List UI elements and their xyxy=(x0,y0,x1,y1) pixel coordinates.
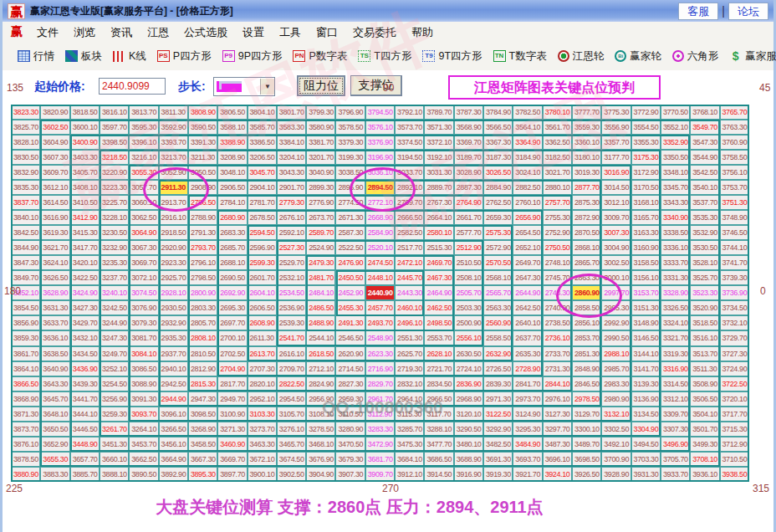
grid-cell: 3211.30 xyxy=(188,150,217,165)
grid-cell: 2642.50 xyxy=(513,300,542,315)
grid-cell: 3916.90 xyxy=(454,467,483,482)
grid-cell: 2491.30 xyxy=(335,315,365,330)
toolbar-label: 江恩轮 xyxy=(573,49,605,64)
grid-cell: 3643.30 xyxy=(40,376,69,391)
grid-cell: 3129.70 xyxy=(572,407,601,422)
menu-item-7[interactable]: 窗口 xyxy=(309,23,345,42)
grid-cell: 3446.50 xyxy=(70,422,100,437)
grid-cell: 3883.30 xyxy=(40,467,69,482)
grid-cell: 3007.30 xyxy=(601,225,630,240)
grid-cell: 3388.90 xyxy=(217,135,247,150)
grid-cell: 3681.70 xyxy=(365,452,395,467)
menu-item-1[interactable]: 浏览 xyxy=(66,23,103,42)
grid-cell: 3576.10 xyxy=(365,120,395,135)
grid-cell: 2649.70 xyxy=(513,255,542,270)
title-bar[interactable]: 赢 赢家江恩专业版[赢家服务平台] - [价格正方形] 客服|论坛 xyxy=(3,0,773,22)
grid-cell: 3108.10 xyxy=(306,407,335,422)
grid-cell: 3710.50 xyxy=(720,452,749,467)
grid-cell: 3192.10 xyxy=(424,150,453,165)
resistance-button[interactable]: 阻力位 xyxy=(297,75,345,96)
toolbar-button-六角形[interactable]: 六角形 xyxy=(672,49,719,64)
grid-cell: 3410.50 xyxy=(70,195,100,210)
titlebar-button[interactable]: 客服 xyxy=(678,3,718,20)
toolbar-button-9P四方形[interactable]: P99P四方形 xyxy=(222,49,283,64)
grid-cell: 3662.50 xyxy=(129,452,158,467)
toolbar-button-板块[interactable]: 板块 xyxy=(65,49,102,64)
grid-cell: 3045.70 xyxy=(248,165,277,180)
grid-cell: 3888.10 xyxy=(100,467,129,482)
grid-cell: 3712.90 xyxy=(720,437,749,452)
menu-item-0[interactable]: 文件 xyxy=(29,23,66,42)
grid-cell: 2863.30 xyxy=(572,270,601,285)
grid-cell: 2560.90 xyxy=(483,315,513,330)
grid-cell: 3448.90 xyxy=(70,437,100,452)
grid-cell: 2808.10 xyxy=(188,330,217,345)
support-button[interactable]: 支撑位 xyxy=(350,75,402,96)
grid-cell: 2700.10 xyxy=(217,330,247,345)
grid-cell: 2503.30 xyxy=(454,300,483,315)
titlebar-button[interactable]: 论坛 xyxy=(728,3,768,20)
toolbar-button-T四方形[interactable]: TST四方形 xyxy=(358,49,411,64)
toolbar-button-P数字表[interactable]: PNP数字表 xyxy=(293,49,347,64)
grid-cell: 2865.70 xyxy=(572,255,601,270)
grid-cell: 2916.10 xyxy=(159,210,188,225)
grid-cell: 2692.90 xyxy=(217,285,247,300)
start-price-input[interactable] xyxy=(99,78,166,95)
toolbar-button-9T四方形[interactable]: T99T四方形 xyxy=(422,49,482,64)
toolbar-button-赢家轮[interactable]: Bi赢家轮 xyxy=(615,49,661,64)
grid-cell: 3518.50 xyxy=(690,315,719,330)
grid-cell: 2940.10 xyxy=(159,361,188,376)
toolbar-button-T数字表[interactable]: TNT数字表 xyxy=(493,49,547,64)
menu-bar: 赢 文件浏览资讯江恩公式选股设置工具窗口交易委托帮助 xyxy=(3,22,773,43)
grid-cell: 3268.90 xyxy=(188,422,217,437)
grid-cell: 3523.30 xyxy=(690,285,719,300)
grid-cell: 3595.30 xyxy=(129,120,158,135)
grid-cell: 2892.10 xyxy=(395,180,424,195)
grid-cell: 3614.50 xyxy=(40,195,69,210)
grid-cell: 2872.90 xyxy=(572,210,601,225)
p9-box-icon: P9 xyxy=(222,50,235,62)
menu-item-9[interactable]: 帮助 xyxy=(404,23,441,42)
grid-cell: 3938.50 xyxy=(720,467,749,482)
key-levels-summary: 大盘关键位测算 支撑：2860点 压力：2894、2911点 xyxy=(3,496,697,519)
chevron-down-icon[interactable]: ▼ xyxy=(260,79,274,95)
grid-cell: 2572.90 xyxy=(483,240,513,255)
grid-cell: 2647.30 xyxy=(513,270,542,285)
toolbar-button-P四方形[interactable]: PSP四方形 xyxy=(157,49,212,64)
app-window: 赢 赢家江恩专业版[赢家服务平台] - [价格正方形] 客服|论坛 赢 文件浏览… xyxy=(0,0,776,532)
menu-item-6[interactable]: 工具 xyxy=(272,23,309,42)
menu-item-8[interactable]: 交易委托 xyxy=(345,23,404,42)
grid-cell: 2860.90 xyxy=(572,285,601,300)
toolbar-button-赢家服务[interactable]: $赢家服务 xyxy=(729,49,776,64)
grid-cell: 3000.10 xyxy=(601,270,630,285)
grid-cell: 3453.70 xyxy=(129,437,158,452)
grid-cell: 3770.50 xyxy=(661,105,690,120)
menu-item-4[interactable]: 公式选股 xyxy=(176,23,235,42)
toolbar-button-K线[interactable]: K线 xyxy=(113,49,146,64)
toolbar-button-行情[interactable]: 行情 xyxy=(18,49,54,64)
grid-cell: 3213.70 xyxy=(159,150,188,165)
grid-cell: 3832.90 xyxy=(11,165,40,180)
grid-cell: 3256.90 xyxy=(100,391,129,407)
menu-item-3[interactable]: 江恩 xyxy=(140,23,176,42)
grid-cell: 3235.30 xyxy=(100,255,129,270)
step-dropdown[interactable]: ▼ xyxy=(213,77,275,96)
toolbar-button-江恩轮[interactable]: 江恩轮 xyxy=(558,49,605,64)
tn-box-icon: TN xyxy=(493,50,506,62)
grid-cell: 3924.10 xyxy=(543,467,572,482)
grid-cell: 3204.10 xyxy=(277,150,306,165)
toolbar-label: 行情 xyxy=(33,49,54,64)
grid-cell: 3297.70 xyxy=(543,422,572,437)
grid-cell: 3765.70 xyxy=(720,105,749,120)
grid-cell: 2906.50 xyxy=(217,180,247,195)
grid-cell: 2702.50 xyxy=(217,346,247,361)
grid-cell: 3506.50 xyxy=(690,391,719,407)
grid-cell: 3194.50 xyxy=(395,150,424,165)
grid-cell: 2498.50 xyxy=(424,315,453,330)
menu-item-5[interactable]: 设置 xyxy=(235,23,272,42)
grid-cell: 2772.10 xyxy=(365,195,395,210)
menu-item-2[interactable]: 资讯 xyxy=(103,23,140,42)
grid-cell: 2565.70 xyxy=(483,285,513,300)
grid-cell: 3784.90 xyxy=(483,105,513,120)
grid-cell: 3100.90 xyxy=(217,407,247,422)
